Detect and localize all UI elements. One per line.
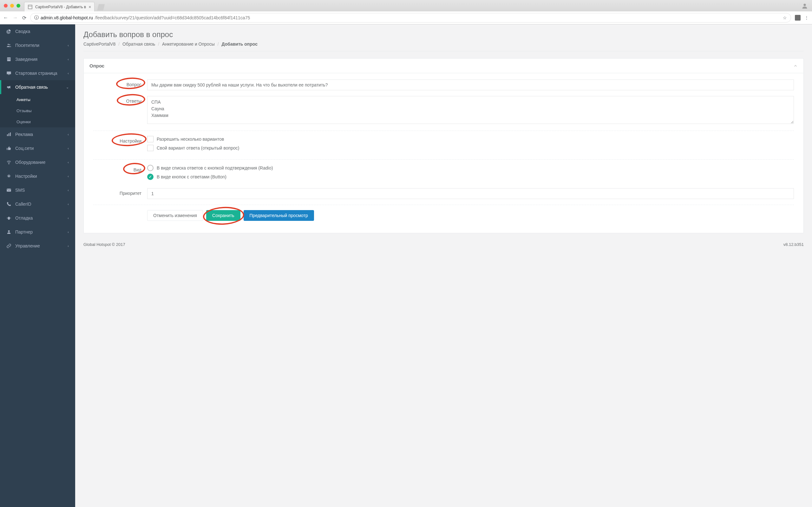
divider [93,159,794,160]
panel-collapse-icon[interactable] [793,64,798,68]
sidebar-item-1[interactable]: Посетители‹ [0,38,75,52]
chevron-down-icon: ⌄ [66,85,69,89]
svg-rect-8 [8,59,9,60]
browser-profile-icon[interactable] [801,3,808,9]
tab-title: CaptivePortalV8 - Добавить в [35,5,86,9]
label-settings: Настройки [119,138,142,144]
sidebar-subitem-1[interactable]: Отзывы [0,105,75,116]
thumbs-icon [6,146,12,151]
row-answers: Ответы [93,96,794,125]
sidebar-item-12[interactable]: Партнер‹ [0,225,75,239]
chevron-left-icon: ‹ [67,216,69,220]
extension-icon[interactable] [795,15,801,20]
row-actions: Отменить изменения Сохранить Предварител… [93,210,794,221]
sidebar-item-label: Управление [15,243,40,248]
window-close-icon[interactable] [4,4,8,8]
setting-row-0: Разрешить несколько вариантов [147,136,794,142]
checkbox-label: Свой вариант ответа (открытый вопрос) [157,146,239,151]
sidebar-item-6[interactable]: Соц.сети‹ [0,141,75,155]
browser-menu-icon[interactable]: ⋮ [804,15,809,20]
chevron-left-icon: ‹ [67,230,69,234]
desktop-icon [6,71,12,76]
sidebar-item-13[interactable]: Управление‹ [0,239,75,253]
chevron-left-icon: ‹ [67,147,69,150]
browser-tab[interactable]: CaptivePortalV8 - Добавить в × [24,2,95,11]
row-view: Вид В виде списка ответов с кнопкой подт… [93,165,794,182]
sidebar-item-10[interactable]: CallerID‹ [0,197,75,211]
wifi-icon [6,160,12,165]
breadcrumb-item-3: Добавить опрос [222,42,258,47]
cancel-button[interactable]: Отменить изменения [147,210,203,221]
bookmark-star-icon[interactable]: ☆ [783,15,787,20]
sidebar-item-label: Посетители [15,43,39,48]
sidebar-item-11[interactable]: Отладка‹ [0,211,75,225]
radio[interactable] [147,165,154,171]
building-icon [6,57,12,62]
sidebar-item-3[interactable]: Стартовая страница‹ [0,66,75,80]
sidebar-item-4[interactable]: Обратная связь⌄ [0,80,75,94]
page-title: Добавить вопров в опрос [84,30,804,39]
svg-point-4 [9,44,10,45]
sidebar-item-label: CallerID [15,202,32,207]
window-controls [3,4,24,8]
survey-panel: Опрос Вопрос Ответы [84,58,804,233]
svg-point-2 [803,4,806,6]
tab-close-icon[interactable]: × [89,4,91,9]
envelope-icon [6,187,12,193]
url-path: /feedback/survey/21/question/add?uuid=c6… [95,15,250,20]
url-field[interactable]: ⓘ admin.v8.global-hotspot.ru/feedback/su… [30,13,791,22]
question-input[interactable] [147,79,794,90]
footer: Global Hotspot © 2017 v8.12.b351 [84,242,804,247]
setting-row-1: Свой вариант ответа (открытый вопрос) [147,145,794,151]
svg-point-18 [8,217,10,220]
window-maximize-icon[interactable] [16,4,20,8]
sidebar-item-label: Отладка [15,216,33,221]
site-info-icon[interactable]: ⓘ [34,15,39,20]
checkbox[interactable] [147,136,154,142]
sidebar-item-label: Сводка [15,29,30,34]
nav-reload-icon[interactable]: ⟳ [22,15,26,21]
svg-rect-5 [7,57,11,61]
chevron-left-icon: ‹ [67,202,69,206]
breadcrumb-item-1[interactable]: Обратная связь [122,42,155,47]
radio[interactable] [147,174,154,180]
breadcrumb-item-2[interactable]: Анкетирование и Опросы [162,42,215,47]
sidebar-subitem-2[interactable]: Оценки [0,116,75,127]
panel-body: Вопрос Ответы [84,73,803,233]
priority-input[interactable] [147,188,794,199]
window-minimize-icon[interactable] [10,4,14,8]
new-tab-button[interactable] [97,4,105,10]
breadcrumb-item-0[interactable]: CaptivePortalV8 [84,42,115,47]
svg-point-21 [8,230,9,232]
breadcrumb-sep: / [158,42,159,47]
sidebar-item-5[interactable]: Реклама‹ [0,127,75,141]
footer-copyright: Global Hotspot © 2017 [84,242,125,247]
nav-back-icon[interactable]: ← [3,15,8,21]
chevron-left-icon: ‹ [67,132,69,136]
browser-chrome: CaptivePortalV8 - Добавить в × ← → ⟳ ⓘ a… [0,0,812,24]
sidebar-item-7[interactable]: Оборудование‹ [0,155,75,169]
sidebar-item-label: Заведения [15,57,38,62]
nav-forward-icon: → [13,15,18,21]
breadcrumb-sep: / [118,42,119,47]
chevron-left-icon: ‹ [67,244,69,248]
answers-textarea[interactable] [147,96,794,124]
sidebar-item-8[interactable]: Настройки‹ [0,169,75,183]
svg-rect-9 [9,59,10,60]
divider [93,130,794,131]
checkbox[interactable] [147,145,154,151]
svg-rect-7 [9,58,10,59]
preview-button[interactable]: Предварительный просмотр [244,210,314,221]
svg-rect-12 [7,134,8,136]
sidebar-item-label: SMS [15,187,25,193]
sidebar-item-0[interactable]: Сводка [0,24,75,38]
sidebar-subitem-0[interactable]: Анкеты [0,94,75,105]
bullhorn-icon [6,84,12,90]
divider [93,205,794,205]
sidebar-item-9[interactable]: SMS‹ [0,183,75,197]
save-button[interactable]: Сохранить [206,210,241,221]
sidebar-item-2[interactable]: Заведения‹ [0,52,75,66]
sidebar-item-label: Партнер [15,229,33,234]
tab-favicon-icon [28,4,33,9]
label-view: Вид [134,167,142,172]
